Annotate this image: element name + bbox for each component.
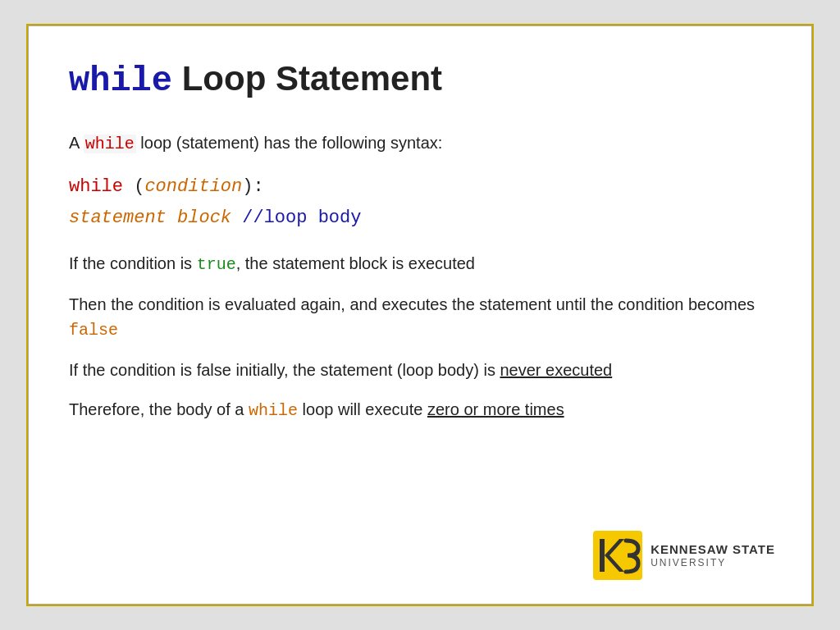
para3-prefix: If the condition is false initially, the… <box>69 361 500 379</box>
para1: If the condition is true, the statement … <box>69 251 771 277</box>
para1-suffix: , the statement block is executed <box>236 254 475 272</box>
ksu-text-block: KENNESAW STATE UNIVERSITY <box>651 542 775 568</box>
code-paren-close: ): <box>242 176 263 197</box>
para3-underline: never executed <box>500 361 612 379</box>
para4-while: while <box>249 401 298 420</box>
code-line-1: while (condition): <box>69 171 771 202</box>
ksu-logo-icon <box>593 531 642 580</box>
para2-false: false <box>69 321 118 340</box>
code-comment: //loop body <box>231 208 361 228</box>
code-condition: condition <box>144 176 242 197</box>
intro-paragraph: A while loop (statement) has the followi… <box>69 130 771 157</box>
ksu-university: UNIVERSITY <box>651 557 726 568</box>
code-while-keyword: while <box>69 176 123 197</box>
intro-prefix: A <box>69 134 84 152</box>
slide-title: while Loop Statement <box>69 58 771 102</box>
intro-while-keyword: while <box>84 135 136 153</box>
code-paren-open: ( <box>123 176 144 197</box>
para4: Therefore, the body of a while loop will… <box>69 397 771 423</box>
para4-prefix: Therefore, the body of a <box>69 400 249 418</box>
intro-suffix: loop (statement) has the following synta… <box>136 134 443 152</box>
code-block: while (condition): statement block //loo… <box>69 171 771 233</box>
svg-rect-1 <box>600 539 605 572</box>
para3: If the condition is false initially, the… <box>69 358 771 382</box>
title-while-keyword: while <box>69 62 172 101</box>
content-area: A while loop (statement) has the followi… <box>69 126 771 423</box>
para1-prefix: If the condition is <box>69 254 197 272</box>
para2-text: Then the condition is evaluated again, a… <box>69 295 755 313</box>
para4-middle: loop will execute <box>298 400 427 418</box>
para4-underline: zero or more times <box>427 400 564 418</box>
ksu-name: KENNESAW STATE <box>651 542 775 557</box>
title-rest: Loop Statement <box>172 59 442 98</box>
para1-true: true <box>197 255 236 274</box>
slide-container: while Loop Statement A while loop (state… <box>26 24 814 606</box>
ksu-logo-area: KENNESAW STATE UNIVERSITY <box>593 531 775 580</box>
para2: Then the condition is evaluated again, a… <box>69 292 771 343</box>
code-line-2: statement block //loop body <box>69 203 771 233</box>
code-statement: statement block <box>69 208 231 228</box>
